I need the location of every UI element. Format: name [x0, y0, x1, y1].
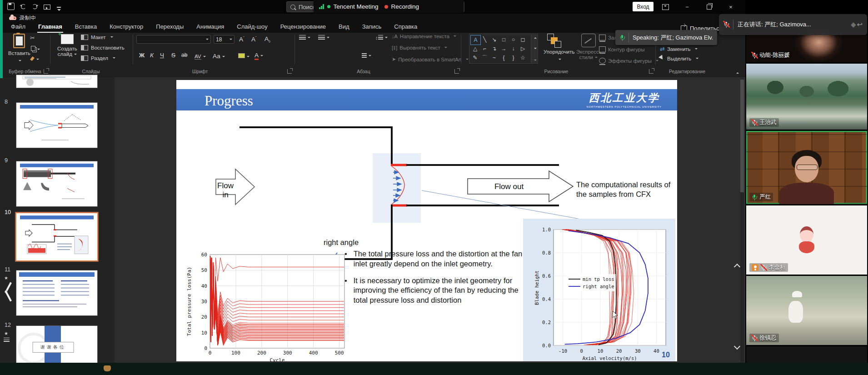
participant-tile-李金桓[interactable]: 李金桓 [746, 205, 867, 275]
tab-Вставка[interactable]: Вставка [69, 20, 103, 33]
shape-glyph-12[interactable]: ▷ [518, 44, 528, 53]
slide-9-thumbnail[interactable] [16, 161, 97, 206]
text-shadow-button[interactable]: ab [181, 52, 187, 58]
tab-Вид[interactable]: Вид [332, 20, 356, 33]
participant-tile-严红[interactable]: 严红 [746, 131, 867, 204]
scroll-down-button[interactable] [733, 343, 741, 351]
line-spacing-button[interactable]: ↕ [375, 35, 388, 40]
numbering-button[interactable] [318, 35, 329, 40]
grow-font-button[interactable]: Aˆ [239, 35, 244, 43]
tab-Главная[interactable]: Главная [32, 20, 69, 33]
slide-scrollbar-thumb[interactable] [740, 80, 744, 192]
quick-styles-button[interactable]: Экспресс- стили [576, 34, 601, 60]
sign-in-button[interactable]: Вход [633, 2, 653, 11]
text-highlight-button[interactable] [238, 52, 249, 60]
shape-effects-button[interactable]: Эффекты фигуры [599, 58, 658, 64]
shapes-scroll-down-icon[interactable] [534, 48, 537, 50]
font-name-combo[interactable] [136, 35, 211, 44]
scroll-up-button[interactable] [733, 262, 741, 270]
slide-8-thumbnail[interactable] [16, 103, 97, 148]
strikethrough-button[interactable]: S [171, 52, 175, 59]
tab-Переходы[interactable]: Переходы [150, 20, 190, 33]
redo-icon[interactable] [32, 4, 37, 9]
font-color-button[interactable]: А [254, 51, 263, 59]
tab-Запись[interactable]: Запись [356, 20, 388, 33]
shape-glyph-9[interactable]: ↴ [489, 44, 499, 53]
underline-button[interactable]: Ч [160, 52, 164, 59]
align-text-button[interactable]: [‡]Выровнять текст [392, 45, 447, 50]
font-size-combo[interactable]: 18 [214, 35, 234, 44]
shapes-more-icon[interactable] [534, 60, 537, 62]
customize-qat-icon[interactable] [57, 7, 61, 8]
tab-Анимация[interactable]: Анимация [190, 20, 230, 33]
layout-button[interactable]: Макет [81, 35, 113, 40]
paragraph-dialog-launcher-icon[interactable] [454, 69, 459, 74]
current-slide[interactable]: Progress 西北工业大学 NORTHWESTERN POLYTECHNIC… [176, 80, 677, 361]
clear-formatting-button[interactable]: A◊ [264, 35, 270, 44]
tencent-meeting-pill[interactable]: Tencent Meeting Recording [314, 0, 464, 13]
shape-glyph-3[interactable]: ↘ [489, 35, 499, 44]
tab-Рецензирование[interactable]: Рецензирование [274, 20, 332, 33]
replace-button[interactable]: ⇄Заменить [660, 45, 698, 52]
shape-glyph-2[interactable]: ╲ [480, 35, 489, 44]
font-dialog-launcher-icon[interactable] [287, 69, 292, 74]
shape-glyph-6[interactable]: ◻ [518, 35, 528, 44]
shape-glyph-15[interactable]: ~ [489, 53, 499, 62]
shape-glyph-7[interactable]: △ [470, 44, 480, 53]
section-button[interactable]: Раздел [81, 55, 115, 61]
italic-button[interactable]: К [150, 52, 154, 59]
collapse-ribbon-icon[interactable] [736, 71, 739, 74]
clipboard-dialog-launcher-icon[interactable] [44, 69, 48, 74]
reset-button[interactable]: Восстановить [81, 45, 125, 50]
arrange-button[interactable]: Упорядочить [544, 34, 574, 63]
shape-glyph-13[interactable]: ✎ [470, 53, 480, 62]
slide-10-thumbnail[interactable] [16, 213, 97, 260]
start-slideshow-icon[interactable] [44, 5, 50, 10]
select-button[interactable]: Выделить [660, 55, 698, 62]
copy-button[interactable] [31, 45, 40, 53]
ribbon-display-options-button[interactable] [661, 3, 670, 10]
change-case-button[interactable]: Аа [213, 52, 225, 60]
participant-tile-hidden-5[interactable] [746, 346, 867, 363]
shape-glyph-18[interactable]: ☆ [518, 53, 528, 62]
slide-11-thumbnail[interactable] [16, 270, 97, 315]
slide-7-thumbnail-partial[interactable] [16, 75, 97, 88]
close-button[interactable]: × [726, 3, 735, 10]
shapes-scroll-up-icon[interactable] [534, 36, 537, 39]
shape-glyph-14[interactable]: ⌒ [480, 53, 489, 62]
save-icon[interactable] [7, 3, 15, 10]
shapes-gallery[interactable]: A╲↘□○◻△⌐↴→↓▷✎⌒~{}☆ [469, 34, 538, 64]
shape-glyph-11[interactable]: ↓ [509, 44, 518, 53]
shape-glyph-1[interactable]: A [470, 35, 481, 45]
minimize-button[interactable]: − [683, 3, 692, 10]
tab-Справка[interactable]: Справка [388, 20, 424, 33]
columns-button[interactable] [362, 53, 371, 59]
text-direction-button[interactable]: ↓AНаправление текста [392, 34, 456, 39]
character-spacing-button[interactable]: AV [195, 52, 206, 60]
toast-arrows-icon[interactable]: ◆↩ [851, 20, 863, 29]
restore-button[interactable] [704, 3, 713, 10]
new-slide-button[interactable]: Создать слайд [57, 34, 77, 57]
shape-glyph-5[interactable]: ○ [509, 35, 518, 44]
shape-outline-button[interactable]: Контур фигуры [599, 46, 644, 52]
tab-Конструктор[interactable]: Конструктор [103, 20, 150, 33]
format-painter-button[interactable] [30, 55, 39, 63]
drawing-dialog-launcher-icon[interactable] [649, 69, 653, 74]
participant-tile-王治武[interactable]: 王治武 [746, 64, 867, 130]
paste-button[interactable]: Вставить [8, 34, 30, 64]
participant-tile-徐镇忍[interactable]: 徐镇忍 [746, 276, 867, 345]
undo-icon[interactable] [21, 4, 26, 9]
bold-button[interactable]: Ж [139, 52, 145, 59]
bullets-button[interactable] [299, 35, 310, 40]
cut-button[interactable]: ✂ [30, 35, 35, 41]
tab-Слайд-шоу[interactable]: Слайд-шоу [230, 20, 274, 33]
shape-glyph-16[interactable]: { [499, 53, 509, 62]
shape-glyph-8[interactable]: ⌐ [480, 44, 489, 53]
reaction-icon[interactable] [104, 365, 111, 371]
shape-glyph-17[interactable]: } [509, 53, 518, 62]
shape-glyph-4[interactable]: □ [499, 35, 509, 44]
convert-smartart-button[interactable]: ➤Преобразовать в SmartArt [392, 56, 469, 62]
shrink-font-button[interactable]: Aˇ [251, 35, 257, 43]
shape-glyph-10[interactable]: → [499, 44, 509, 53]
tab-Файл[interactable]: Файл [5, 20, 32, 33]
